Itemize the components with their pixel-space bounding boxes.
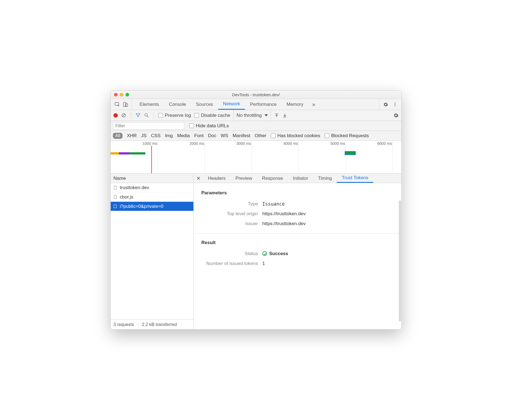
svg-rect-10 [114,205,117,208]
kv-row: StatusSuccess [201,251,394,256]
detail-tabs: ✕ HeadersPreviewResponseInitiatorTimingT… [194,174,401,183]
type-filter-font[interactable]: Font [194,133,204,139]
vertical-scrollbar[interactable] [399,200,401,321]
hide-data-urls-label: Hide data URLs [196,123,229,129]
panel-overflow-button[interactable]: » [308,99,319,110]
has-blocked-cookies-label: Has blocked cookies [277,133,320,139]
kv-value: Issuance [262,201,285,207]
panel-tab-memory[interactable]: Memory [282,99,308,110]
svg-rect-0 [115,102,119,105]
settings-icon[interactable] [383,102,388,107]
has-blocked-cookies-checkbox[interactable]: Has blocked cookies [271,133,320,139]
network-toolbar: Preserve log Disable cache No throttling [111,110,401,121]
device-toolbar-icon[interactable] [123,102,128,107]
network-settings-icon[interactable] [393,113,399,118]
kv-key: Status [201,251,262,256]
type-filter-ws[interactable]: WS [221,133,228,139]
svg-line-7 [123,114,125,117]
detail-tab-initiator[interactable]: Initiator [288,174,313,183]
kv-key: Issuer [201,221,262,226]
kv-row: Top level originhttps://trusttoken.dev [201,211,394,217]
kv-value: https://trusttoken.dev [262,211,306,217]
status-bar: 3 requests 2.2 kB transferred [111,319,193,329]
panel-tab-network[interactable]: Network [218,99,245,110]
panel-tab-sources[interactable]: Sources [191,99,218,110]
type-filter-doc[interactable]: Doc [208,133,216,139]
request-name: i?public=0&private=0 [120,204,163,209]
throttling-label: No throttling [236,113,262,118]
kebab-menu-icon[interactable] [393,102,397,107]
preserve-log-label: Preserve log [165,113,191,118]
detail-tab-trust-tokens[interactable]: Trust Tokens [337,174,373,183]
close-details-button[interactable]: ✕ [194,174,203,183]
type-filter-row: All XHRJSCSSImgMediaFontDocWSManifestOth… [111,131,401,141]
timeline-tick: 5000 ms [346,141,347,173]
svg-line-9 [147,116,149,117]
timeline-bar-selected [345,151,356,155]
panel-tab-elements[interactable]: Elements [135,99,164,110]
filter-row: Hide data URLs [111,121,401,131]
request-row[interactable]: trusttoken.dev [111,183,193,192]
detail-body: Parameters TypeIssuanceTop level originh… [194,183,401,329]
hide-data-urls-checkbox[interactable]: Hide data URLs [189,123,229,129]
type-filter-css[interactable]: CSS [151,133,161,139]
request-list: trusttoken.devcbor.jsi?public=0&private=… [111,183,193,319]
section-result-title: Result [201,240,394,245]
type-filter-manifest[interactable]: Manifest [233,133,250,139]
timeline-bar [111,152,119,154]
import-har-icon[interactable] [274,113,279,118]
timeline-bar [119,152,129,154]
svg-point-3 [395,103,396,103]
timeline-tick: 6000 ms [393,141,394,173]
kv-key: Number of issued tokens [201,261,262,266]
panel-tab-console[interactable]: Console [164,99,191,110]
export-har-icon[interactable] [282,113,287,118]
throttling-select[interactable]: No throttling [233,110,271,121]
svg-point-4 [395,104,396,105]
name-column-header[interactable]: Name [111,174,193,183]
devtools-window: DevTools - trusttoken.dev/ ElementsConso… [110,90,402,330]
clear-log-icon[interactable] [121,113,126,118]
timeline-tick: 1000 ms [158,141,159,173]
blocked-requests-checkbox[interactable]: Blocked Requests [325,133,369,139]
timeline-marker [151,146,152,173]
panel-tabs-row: ElementsConsoleSourcesNetworkPerformance… [111,99,401,110]
detail-tab-timing[interactable]: Timing [313,174,337,183]
filter-icon[interactable] [135,113,141,118]
section-parameters-title: Parameters [201,190,394,196]
disable-cache-checkbox[interactable]: Disable cache [194,113,230,118]
inspect-element-icon[interactable] [115,102,120,107]
detail-tab-headers[interactable]: Headers [203,174,230,183]
kv-row: Issuerhttps://trusttoken.dev [201,221,394,226]
window-title: DevTools - trusttoken.dev/ [111,92,401,97]
kv-key: Type [201,201,262,207]
kv-row: TypeIssuance [201,201,394,207]
type-filter-all[interactable]: All [113,133,123,139]
preserve-log-checkbox[interactable]: Preserve log [158,113,191,118]
status-transferred: 2.2 kB transferred [142,322,177,327]
search-icon[interactable] [144,113,149,118]
detail-tab-response[interactable]: Response [257,174,288,183]
detail-tab-preview[interactable]: Preview [230,174,257,183]
request-row[interactable]: cbor.js [111,192,193,202]
timeline-overview[interactable]: 1000 ms2000 ms3000 ms4000 ms5000 ms6000 … [111,141,401,174]
record-button[interactable] [113,113,118,118]
type-filter-img[interactable]: Img [165,133,173,139]
request-name: trusttoken.dev [120,185,149,190]
status-request-count: 3 requests [113,322,134,327]
filter-input[interactable] [113,122,184,129]
chevron-down-icon [265,114,268,116]
type-filter-media[interactable]: Media [177,133,190,139]
type-filter-xhr[interactable]: XHR [127,133,137,139]
detail-pane: ✕ HeadersPreviewResponseInitiatorTimingT… [194,174,401,329]
blocked-requests-label: Blocked Requests [331,133,369,139]
type-filter-js[interactable]: JS [141,133,147,139]
kv-value: Success [262,251,288,256]
request-row[interactable]: i?public=0&private=0 [111,202,193,211]
panel-tab-performance[interactable]: Performance [245,99,282,110]
type-filter-other[interactable]: Other [255,133,266,139]
timeline-bar [129,152,145,154]
divider [194,233,401,233]
titlebar: DevTools - trusttoken.dev/ [111,91,401,99]
kv-value: 1 [262,261,265,266]
